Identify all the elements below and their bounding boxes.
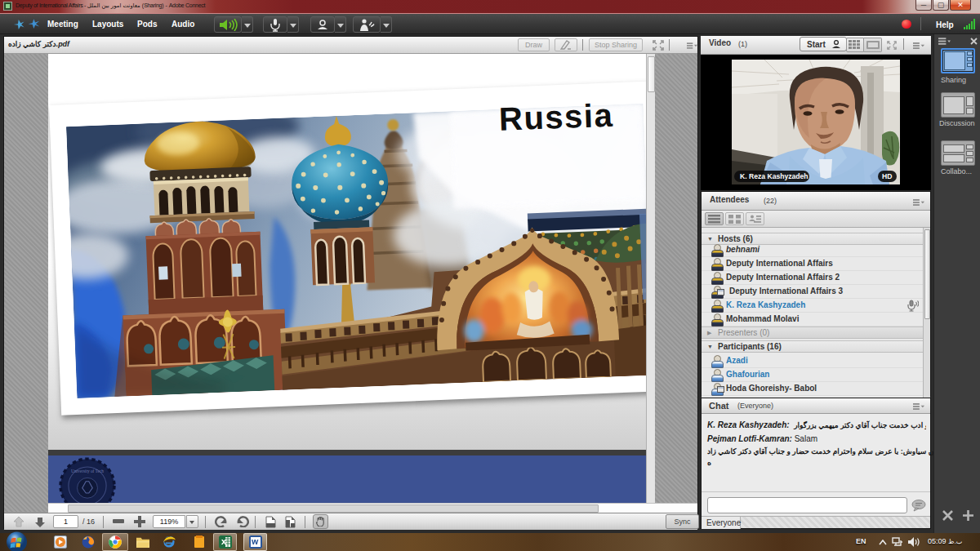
svg-text:University of Tech: University of Tech (71, 469, 104, 473)
svg-text:HD: HD (882, 172, 892, 180)
svg-text:K. Reza Kashyzadeh: K. Reza Kashyzadeh (740, 172, 808, 180)
